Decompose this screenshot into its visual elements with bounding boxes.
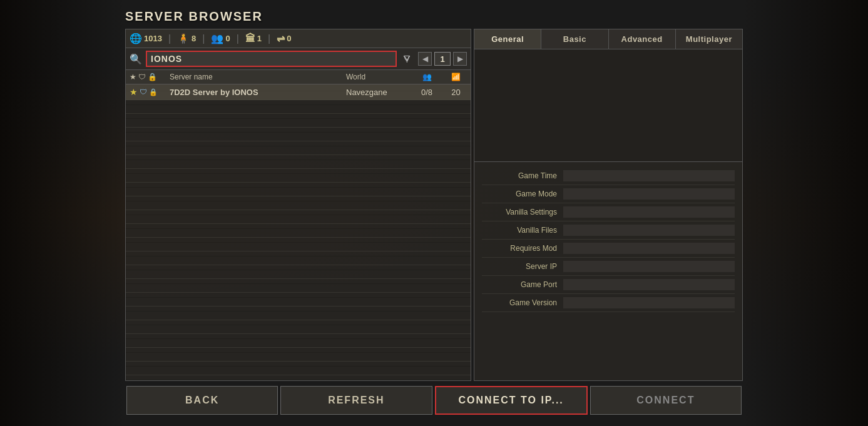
info-row-game-port: Game Port [482, 276, 735, 294]
table-row [126, 362, 471, 375]
ping-header-icon: 📶 [451, 73, 461, 81]
info-row-vanilla-files: Vanilla Files [482, 221, 735, 240]
search-input[interactable] [151, 54, 392, 64]
label-game-time: Game Time [482, 171, 563, 180]
group-count: 0 [225, 34, 230, 43]
value-vanilla-files [563, 225, 735, 236]
lock-icon: 🔒 [149, 88, 158, 96]
content-area: 🌐 1013 | 🧍 8 | 👥 0 | 🏛 1 | [125, 29, 743, 381]
filter-players: 🧍 8 [177, 33, 196, 44]
shield-icon: 🛡 [140, 88, 147, 96]
value-game-version [563, 297, 735, 308]
details-info: Game Time Game Mode Vanilla Settings Van… [474, 162, 742, 380]
server-world: Navezgane [346, 88, 409, 97]
details-panel: General Basic Advanced Multiplayer Game … [474, 29, 743, 381]
pagination: ◀ 1 ▶ [418, 52, 467, 66]
info-row-requires-mod: Requires Mod [482, 240, 735, 258]
label-vanilla-settings: Vanilla Settings [482, 208, 563, 216]
table-header: ★ 🛡 🔒 Server name World 👥 📶 [126, 70, 471, 84]
connect-count: 0 [287, 34, 291, 43]
header-world[interactable]: World [346, 73, 409, 81]
server-name: 7D2D Server by IONOS [170, 88, 344, 97]
star-header: ★ [130, 73, 136, 81]
header-players: 👥 [411, 73, 442, 81]
server-players: 0/8 [411, 88, 442, 97]
server-ping: 20 [445, 88, 467, 97]
filters-bar: 🌐 1013 | 🧍 8 | 👥 0 | 🏛 1 | [126, 29, 471, 48]
filter-connect: ⇌ 0 [277, 33, 291, 44]
table-row [126, 210, 471, 224]
server-panel: 🌐 1013 | 🧍 8 | 👥 0 | 🏛 1 | [125, 29, 471, 381]
label-requires-mod: Requires Mod [482, 244, 563, 253]
server-list: ★ 🛡 🔒 7D2D Server by IONOS Navezgane 0/8… [126, 84, 471, 380]
connect-to-ip-button[interactable]: CONNECT TO IP... [435, 386, 588, 415]
bottom-bar: BACK Refresh CONNECT TO IP... CONNECT [125, 381, 743, 420]
bg-decoration-left [0, 0, 125, 426]
label-server-ip: Server IP [482, 262, 563, 271]
filter-group: 👥 0 [211, 33, 230, 44]
table-row[interactable]: ★ 🛡 🔒 7D2D Server by IONOS Navezgane 0/8… [126, 84, 471, 100]
info-row-game-mode: Game Mode [482, 185, 735, 203]
value-vanilla-settings [563, 206, 735, 218]
value-requires-mod [563, 243, 735, 254]
header-server-name[interactable]: Server name [170, 73, 344, 81]
search-bar: 🔍 ⛛ ◀ 1 ▶ [126, 48, 471, 70]
info-row-game-version: Game Version [482, 294, 735, 312]
tab-advanced[interactable]: Advanced [609, 29, 676, 49]
server-preview [474, 49, 742, 162]
table-row [126, 334, 471, 348]
table-row [126, 251, 471, 265]
table-row [126, 279, 471, 293]
group-icon: 👥 [211, 33, 223, 44]
filter-button[interactable]: ⛛ [401, 51, 414, 67]
next-page-button[interactable]: ▶ [453, 52, 467, 66]
globe-icon: 🌐 [130, 33, 142, 44]
players-icon: 🧍 [177, 33, 190, 44]
back-button[interactable]: BACK [126, 386, 278, 415]
info-row-vanilla-settings: Vanilla Settings [482, 203, 735, 221]
table-row [126, 293, 471, 307]
details-tabs: General Basic Advanced Multiplayer [474, 29, 742, 49]
label-game-port: Game Port [482, 280, 563, 289]
table-row [126, 128, 471, 141]
prev-page-button[interactable]: ◀ [418, 52, 432, 66]
table-row [126, 100, 471, 114]
lock-header: 🔒 [148, 73, 157, 81]
tab-basic[interactable]: Basic [541, 29, 608, 49]
players-header-icon: 👥 [422, 73, 432, 81]
table-row [126, 224, 471, 238]
label-game-mode: Game Mode [482, 190, 563, 198]
table-row [126, 348, 471, 362]
table-row [126, 183, 471, 196]
filter-total-servers: 🌐 1013 [130, 33, 162, 44]
value-server-ip [563, 261, 735, 272]
page-title: SERVER BROWSER [125, 9, 743, 24]
info-row-server-ip: Server IP [482, 258, 735, 276]
table-row [126, 320, 471, 334]
table-row [126, 114, 471, 128]
label-vanilla-files: Vanilla Files [482, 226, 563, 235]
table-row [126, 169, 471, 183]
label-game-version: Game Version [482, 298, 563, 307]
star-icon: ★ [130, 87, 138, 97]
search-icon: 🔍 [130, 53, 142, 65]
connect-button[interactable]: CONNECT [590, 386, 742, 415]
table-row [126, 155, 471, 169]
search-input-wrapper [146, 51, 397, 67]
bank-icon: 🏛 [245, 33, 255, 44]
bg-decoration-right [743, 0, 868, 426]
table-row [126, 141, 471, 155]
refresh-button[interactable]: Refresh [280, 386, 432, 415]
info-row-game-time: Game Time [482, 167, 735, 185]
value-game-port [563, 279, 735, 290]
total-servers-count: 1013 [144, 34, 162, 43]
table-row [126, 265, 471, 279]
current-page: 1 [434, 52, 451, 66]
row-icons: ★ 🛡 🔒 [130, 87, 167, 97]
players-count: 8 [191, 34, 196, 43]
connect-icon: ⇌ [277, 33, 285, 44]
tab-general[interactable]: General [474, 29, 541, 49]
header-icons: ★ 🛡 🔒 [130, 73, 167, 81]
table-row [126, 238, 471, 251]
tab-multiplayer[interactable]: Multiplayer [676, 29, 742, 49]
